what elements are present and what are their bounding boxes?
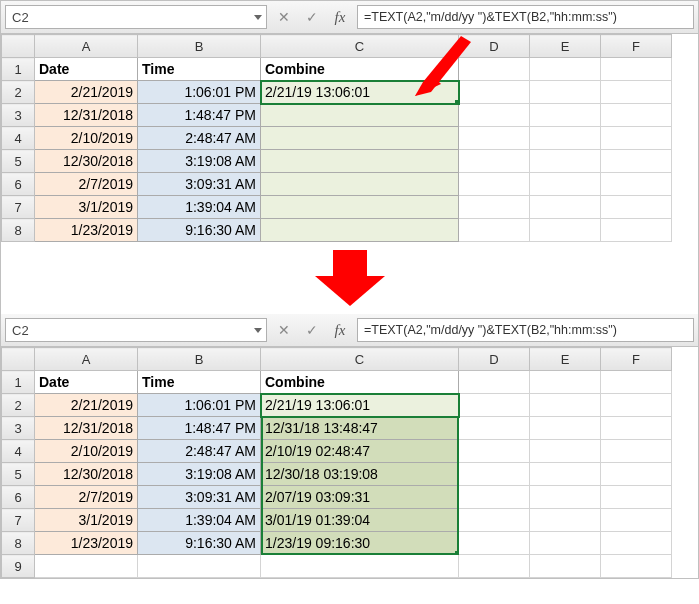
row-header[interactable]: 3 [2,104,35,127]
name-box[interactable]: C2 [5,318,267,342]
cell[interactable] [530,219,601,242]
cell[interactable]: 1:48:47 PM [138,104,261,127]
cell[interactable] [601,150,672,173]
cell[interactable] [530,81,601,104]
cell[interactable]: Combine [261,58,459,81]
cell[interactable]: 12/31/2018 [35,104,138,127]
cell[interactable]: 2/21/19 13:06:01 [261,81,459,104]
row-header[interactable]: 4 [2,440,35,463]
row-header[interactable]: 5 [2,463,35,486]
column-header[interactable]: E [530,35,601,58]
cell[interactable] [459,219,530,242]
column-header[interactable]: C [261,35,459,58]
column-header[interactable]: C [261,348,459,371]
column-header[interactable]: D [459,35,530,58]
cell[interactable] [459,173,530,196]
cell[interactable] [261,219,459,242]
cell[interactable]: 3/1/2019 [35,196,138,219]
formula-input[interactable]: =TEXT(A2,"m/dd/yy ")&TEXT(B2,"hh:mm:ss") [357,5,694,29]
row-header[interactable]: 5 [2,150,35,173]
cell[interactable] [261,555,459,578]
cell[interactable]: Date [35,58,138,81]
cell[interactable] [601,555,672,578]
column-header[interactable]: A [35,35,138,58]
row-header[interactable]: 4 [2,127,35,150]
cell[interactable] [459,417,530,440]
cell[interactable] [530,555,601,578]
cell[interactable] [459,196,530,219]
cancel-icon[interactable]: ✕ [273,319,295,341]
cell[interactable] [530,173,601,196]
column-header[interactable]: B [138,348,261,371]
cell[interactable] [601,440,672,463]
column-header[interactable]: E [530,348,601,371]
autofill-options-button[interactable]: ▦ [438,554,458,555]
row-header[interactable]: 8 [2,532,35,555]
cell[interactable] [530,394,601,417]
cell[interactable]: 12/31/18 13:48:47 [261,417,459,440]
cell[interactable] [601,58,672,81]
cell[interactable]: 12/30/2018 [35,463,138,486]
fx-icon[interactable]: fx [329,319,351,341]
cell[interactable]: 9:16:30 AM [138,532,261,555]
row-header[interactable]: 1 [2,58,35,81]
row-header[interactable]: 9 [2,555,35,578]
cell[interactable]: 2/10/2019 [35,127,138,150]
cell[interactable]: 12/30/2018 [35,150,138,173]
cell[interactable]: 2:48:47 AM [138,440,261,463]
cell[interactable]: Combine [261,371,459,394]
cell[interactable]: Date [35,371,138,394]
cell[interactable] [601,104,672,127]
cell[interactable] [530,150,601,173]
cell[interactable]: 2/07/19 03:09:31 [261,486,459,509]
cell[interactable] [459,440,530,463]
cell[interactable] [459,371,530,394]
cell[interactable] [601,371,672,394]
cell[interactable] [601,196,672,219]
cell[interactable] [530,532,601,555]
cell[interactable]: 3/01/19 01:39:04 [261,509,459,532]
cell[interactable]: 2/7/2019 [35,486,138,509]
column-header[interactable]: D [459,348,530,371]
cell[interactable] [261,104,459,127]
cell[interactable]: 12/30/18 03:19:08 [261,463,459,486]
cell[interactable] [459,127,530,150]
cell[interactable] [601,509,672,532]
cell[interactable] [601,486,672,509]
cell[interactable] [530,127,601,150]
cell[interactable] [530,58,601,81]
cell[interactable]: 3:09:31 AM [138,486,261,509]
cell[interactable] [601,127,672,150]
cell[interactable]: Time [138,371,261,394]
cell[interactable] [459,486,530,509]
select-all-corner[interactable] [2,348,35,371]
fx-icon[interactable]: fx [329,6,351,28]
cell[interactable] [138,555,261,578]
chevron-down-icon[interactable] [254,328,262,333]
cell[interactable] [459,81,530,104]
name-box[interactable]: C2 [5,5,267,29]
cell[interactable]: 3:19:08 AM [138,463,261,486]
cell[interactable] [601,219,672,242]
cell[interactable]: 1/23/2019 [35,219,138,242]
cell[interactable] [601,463,672,486]
cell[interactable]: 2/10/19 02:48:47 [261,440,459,463]
cell[interactable]: 2/21/19 13:06:01 [261,394,459,417]
cell[interactable]: 1:39:04 AM [138,196,261,219]
cell[interactable]: 1/23/19 09:16:30▦ [261,532,459,555]
cell[interactable] [459,104,530,127]
cell[interactable] [459,555,530,578]
cell[interactable]: 12/31/2018 [35,417,138,440]
grid-bottom[interactable]: ABCDEF1DateTimeCombine22/21/20191:06:01 … [1,347,672,578]
cell[interactable]: 1:06:01 PM [138,81,261,104]
formula-input[interactable]: =TEXT(A2,"m/dd/yy ")&TEXT(B2,"hh:mm:ss") [357,318,694,342]
column-header[interactable]: B [138,35,261,58]
cell[interactable] [601,394,672,417]
spreadsheet-bottom[interactable]: ABCDEF1DateTimeCombine22/21/20191:06:01 … [1,347,698,578]
cell[interactable]: 9:16:30 AM [138,219,261,242]
column-header[interactable]: F [601,348,672,371]
column-header[interactable]: A [35,348,138,371]
row-header[interactable]: 6 [2,486,35,509]
cell[interactable] [530,104,601,127]
row-header[interactable]: 7 [2,509,35,532]
